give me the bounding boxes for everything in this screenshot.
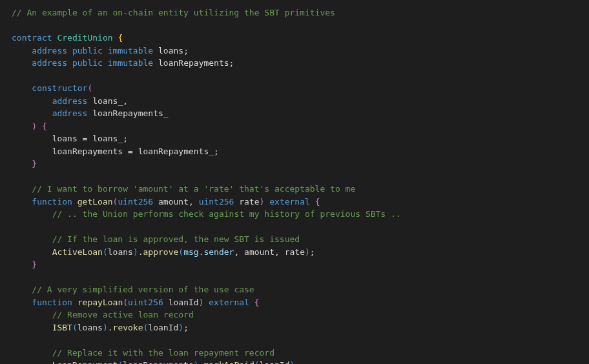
keyword-immutable: immutable — [108, 46, 153, 56]
code-line: constructor( — [12, 82, 577, 95]
keyword-public: public — [72, 46, 103, 56]
ident: loanRepayments — [52, 147, 123, 156]
code-line: } — [12, 258, 577, 271]
paren: ( — [87, 83, 92, 93]
code-line: // If the loan is approved, the new SBT … — [12, 233, 577, 246]
code-line: // Replace it with the loan repayment re… — [12, 347, 577, 359]
keyword-address: address — [52, 108, 88, 118]
code-line: address public immutable loans; — [12, 45, 577, 57]
code-line: function repayLoan(uint256 loanId) exter… — [12, 296, 577, 309]
ident: loanId — [148, 323, 178, 332]
keyword-address: address — [52, 96, 88, 106]
comment: // An example of an on-chain entity util… — [12, 8, 335, 17]
keyword-function: function — [32, 298, 72, 307]
paren: ) — [32, 121, 37, 131]
ident: loanId — [260, 360, 290, 364]
fn-repayloan: repayLoan — [78, 298, 123, 307]
ident: loans — [108, 247, 133, 257]
comment: // Replace it with the loan repayment re… — [52, 348, 274, 358]
code-line — [12, 70, 577, 83]
code-line: // An example of an on-chain entity util… — [12, 6, 577, 19]
brace: { — [118, 33, 123, 43]
code-line — [12, 221, 577, 234]
keyword-immutable: immutable — [108, 58, 153, 68]
code-line: } — [12, 157, 577, 170]
method-markaspaid: markAsPaid — [203, 360, 254, 364]
msg-sender: msg.sender — [183, 247, 234, 257]
code-line: address public immutable loanRepayments; — [12, 57, 577, 70]
keyword-constructor: constructor — [32, 83, 87, 93]
var-loanrepayments: loanRepayments — [158, 58, 229, 68]
code-line: loans = loans_; — [12, 132, 577, 145]
ident: loans — [78, 323, 103, 332]
type-activeloan: ActiveLoan — [52, 247, 103, 257]
method-revoke: revoke — [113, 323, 143, 332]
code-line: // .. the Union performs check against m… — [12, 208, 577, 221]
var-loans: loans — [158, 46, 183, 56]
fn-getloan: getLoan — [78, 197, 113, 207]
param: rate — [239, 197, 259, 207]
ident: loans_ — [92, 134, 123, 143]
param: amount — [158, 197, 189, 207]
code-line — [12, 19, 577, 32]
param: loanId — [169, 298, 199, 307]
ident: loans — [52, 134, 78, 143]
keyword-public: public — [72, 58, 103, 68]
code-line — [12, 334, 577, 347]
code-line: address loans_, — [12, 95, 577, 108]
code-line: contract CreditUnion { — [12, 32, 577, 45]
keyword-contract: contract — [12, 33, 52, 43]
comment: // .. the Union performs check against m… — [52, 209, 401, 219]
brace: } — [32, 159, 37, 168]
param: loans_ — [92, 96, 123, 106]
keyword-address: address — [32, 58, 67, 68]
brace: { — [42, 121, 47, 131]
keyword-address: address — [32, 46, 67, 56]
code-line: // Remove active loan record — [12, 308, 577, 321]
comment: // If the loan is approved, the new SBT … — [52, 234, 300, 244]
code-line: ActiveLoan(loans).approve(msg.sender, am… — [12, 246, 577, 259]
keyword-external: external — [269, 197, 310, 207]
code-line: ISBT(loans).revoke(loanId); — [12, 321, 577, 334]
contract-name: CreditUnion — [57, 33, 112, 43]
code-block: // An example of an on-chain entity util… — [12, 6, 577, 364]
code-line: ) { — [12, 120, 577, 133]
ident: loanRepayments — [123, 360, 194, 364]
comment: // A very simplified version of the use … — [32, 285, 254, 294]
type: uint256 — [118, 197, 153, 207]
ident: loanRepayments_ — [138, 147, 214, 156]
ident: rate — [285, 247, 305, 257]
code-line: loanRepayments = loanRepayments_; — [12, 145, 577, 158]
code-line: function getLoan(uint256 amount, uint256… — [12, 196, 577, 208]
type: uint256 — [128, 298, 163, 307]
type: uint256 — [199, 197, 234, 207]
method-approve: approve — [143, 247, 179, 257]
code-line — [12, 170, 577, 183]
type-isbt: ISBT — [52, 323, 72, 332]
comment: // Remove active loan record — [52, 310, 194, 319]
code-line: // A very simplified version of the use … — [12, 283, 577, 296]
code-line: LoanRepayment(loanRepayments).markAsPaid… — [12, 359, 577, 364]
param: loanRepayments_ — [92, 108, 168, 118]
code-line: address loanRepayments_ — [12, 107, 577, 120]
comment: // I want to borrow 'amount' at a 'rate'… — [32, 184, 355, 194]
keyword-external: external — [209, 298, 249, 307]
code-line: // I want to borrow 'amount' at a 'rate'… — [12, 183, 577, 196]
code-line — [12, 271, 577, 284]
keyword-function: function — [32, 197, 72, 207]
type-loanrepayment: LoanRepayment — [52, 360, 118, 364]
ident: amount — [244, 247, 274, 257]
